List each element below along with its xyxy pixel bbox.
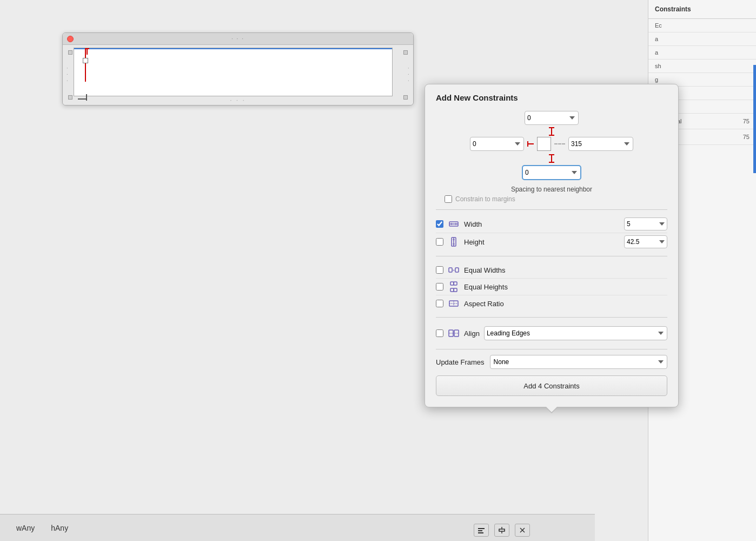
right-label-sh: sh [648,60,756,73]
svg-rect-23 [454,282,457,285]
spacing-top-row: 0 [525,111,579,125]
h-any-label: hAny [51,524,68,532]
update-frames-row: Update Frames None Items of New Constrai… [436,349,667,369]
w-any-label: wAny [16,524,35,532]
spacing-middle-row: 0 315 [470,137,633,151]
equal-heights-row: Equal Heights [436,278,667,295]
right-label-a1: a [648,32,756,46]
equal-widths-checkbox[interactable] [436,266,443,274]
top-spacing-select[interactable]: 0 [525,111,579,125]
divider-2 [436,256,667,256]
close-button[interactable] [67,36,74,42]
resolve-icon[interactable] [515,524,530,537]
left-spacing-select[interactable]: 0 [470,137,524,151]
constrain-margins-label: Constrain to margins [455,195,515,203]
bottom-dots: · · · [230,97,246,103]
update-frames-label: Update Frames [436,358,485,366]
selection-handle [83,58,88,63]
update-frames-select[interactable]: None Items of New Constraints All Frames… [490,355,667,369]
spacing-note: Spacing to nearest neighbor [436,186,667,193]
blue-constraint-line-top [74,48,392,49]
crosshair-bottom [78,97,87,101]
right-label-a2: a [648,46,756,60]
height-value-select[interactable]: 42.5 [624,235,667,248]
constrain-margins-checkbox[interactable] [445,195,452,203]
width-icon [448,218,460,230]
height-icon [448,236,460,248]
vertical-value: 75 [743,134,750,140]
width-label: Width [464,220,620,228]
resize-handle-tl[interactable] [68,50,72,55]
right-panel-title: Constraints [648,0,756,19]
constraint-bar-left [85,49,86,82]
bottom-spacing-row: 0 [522,165,581,180]
equal-widths-label: Equal Widths [464,266,667,274]
width-checkbox[interactable] [436,220,443,228]
aspect-ratio-row: Aspect Ratio [436,295,667,312]
width-row: Width 5 [436,215,667,233]
equal-heights-checkbox[interactable] [436,283,443,291]
constrain-margins-row: Constrain to margins [445,195,667,203]
svg-rect-1 [478,530,482,531]
resize-handle-tr[interactable] [403,50,408,55]
titlebar-dots: · · · [231,36,244,42]
align-icon[interactable] [474,524,489,537]
width-value-select[interactable]: 5 [624,217,667,230]
aspect-ratio-checkbox[interactable] [436,300,443,307]
popup-title: Add New Constraints [436,93,667,102]
svg-rect-19 [455,268,459,272]
align-checkbox[interactable] [436,329,443,337]
height-checkbox[interactable] [436,238,443,246]
svg-rect-25 [454,288,457,292]
equal-widths-row: = Equal Widths [436,262,667,278]
bottom-spacing-select[interactable]: 0 [522,165,581,180]
divider-1 [436,209,667,210]
align-row: Align Leading Edges Trailing Edges Top E… [436,323,667,344]
align-icon [448,327,460,339]
align-label: Align [464,329,480,338]
height-row: Height 42.5 [436,233,667,250]
equal-heights-icon [448,281,460,293]
storyboard-titlebar: · · · [63,33,413,45]
storyboard-window: · · · · · · · · · [62,32,414,105]
popup-caret [545,407,558,413]
align-value-select[interactable]: Leading Edges Trailing Edges Top Edges B… [484,326,667,340]
right-panel-blue-bar [753,65,756,173]
svg-rect-18 [449,268,452,272]
horizontal-value: 75 [743,118,750,124]
aspect-ratio-icon [448,298,460,309]
svg-rect-22 [450,282,454,285]
right-dots: · · · [406,67,412,83]
top-ibeam-icon [549,127,554,136]
right-dashed-line [554,143,565,144]
svg-rect-24 [450,288,454,292]
right-label-ec: Ec [648,19,756,32]
left-hbeam-icon [527,141,534,147]
right-spacing-select[interactable]: 315 [568,137,633,151]
constraints-icon[interactable] [494,524,509,537]
svg-rect-0 [478,528,485,529]
bottom-ibeam-icon [549,154,554,163]
bottom-toolbar-icons [474,524,530,537]
resize-handle-br[interactable] [403,95,408,100]
svg-rect-3 [499,529,505,531]
center-view-box [537,137,551,151]
svg-text:=: = [453,269,455,272]
equal-widths-icon: = [448,264,460,276]
add-constraints-popup: Add New Constraints 0 0 [425,84,679,407]
add-constraints-button[interactable]: Add 4 Constraints [436,375,667,396]
left-dots: · · · [64,67,70,83]
svg-rect-2 [478,532,483,533]
spacing-diagram: 0 0 315 [436,111,667,180]
view-controller-preview [74,48,393,96]
height-label: Height [464,238,620,246]
divider-3 [436,317,667,318]
equal-heights-label: Equal Heights [464,283,667,291]
aspect-ratio-label: Aspect Ratio [464,300,667,308]
resize-handle-bl[interactable] [68,95,72,100]
storyboard-content: · · · · · · · · · [63,45,413,105]
